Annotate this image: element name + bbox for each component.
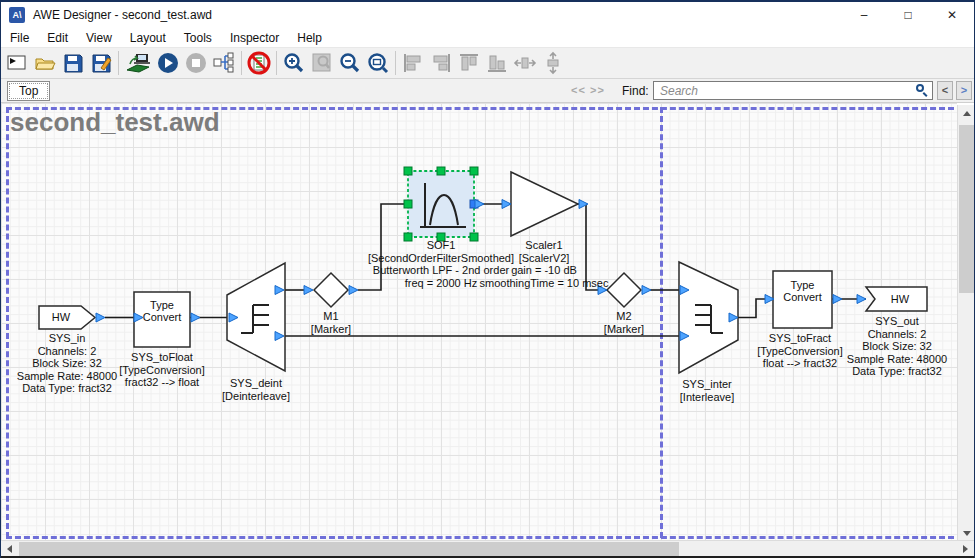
menu-edit[interactable]: Edit: [38, 31, 77, 45]
distribute-vertical-button[interactable]: [539, 50, 567, 77]
distribute-vertical-icon: [541, 51, 565, 75]
sys-inter-caption: SYS_inter[Interleave]: [649, 378, 765, 403]
find-prev-button[interactable]: <: [937, 81, 953, 100]
app-logo-icon: A\: [9, 7, 25, 23]
zoom-in-icon: [282, 51, 306, 75]
scroll-up-icon[interactable]: [963, 111, 971, 116]
propagate-changes-icon: [212, 51, 236, 75]
align-top-button[interactable]: [455, 50, 483, 77]
zoom-in-button[interactable]: [280, 50, 308, 77]
toolbar-separator: [118, 51, 119, 75]
sys-tofract-shape-label: Type Convert: [775, 279, 830, 303]
horizontal-scrollbar[interactable]: [1, 540, 974, 556]
scaler1-caption: Scaler1[ScalerV2] gain = -10 dBsmoothing…: [458, 239, 630, 289]
minimize-button[interactable]: –: [842, 2, 886, 28]
find-next-button[interactable]: >: [956, 81, 972, 100]
close-button[interactable]: ✕: [930, 2, 974, 28]
sys-out-shape-label: HW: [875, 293, 925, 305]
save-as-button[interactable]: [87, 50, 115, 77]
inspector-disabled-button[interactable]: [245, 50, 273, 77]
m1-caption: M1[Marker]: [291, 310, 371, 335]
window-title: AWE Designer - second_test.awd: [33, 8, 212, 22]
sys-in-shape-label: HW: [39, 311, 83, 323]
no-inspector-icon: [246, 50, 272, 76]
find-bar: Top << >> Find: < >: [1, 79, 974, 103]
stop-button[interactable]: [182, 50, 210, 77]
find-prev-all-button[interactable]: <<: [571, 83, 586, 97]
design-canvas[interactable]: second_test.awd: [1, 103, 957, 540]
save-as-icon: [90, 52, 112, 74]
find-label: Find:: [622, 84, 649, 98]
find-next-all-button[interactable]: >>: [590, 83, 605, 97]
scroll-down-icon[interactable]: [963, 531, 971, 536]
connect-target-icon: [125, 52, 151, 74]
menu-bar: File Edit View Layout Tools Inspector He…: [1, 28, 974, 48]
save-button[interactable]: [59, 50, 87, 77]
align-top-icon: [457, 51, 481, 75]
awe-designer-window: A\ AWE Designer - second_test.awd – □ ✕ …: [0, 0, 975, 558]
distribute-horizontal-button[interactable]: [511, 50, 539, 77]
tab-top[interactable]: Top: [7, 81, 50, 101]
menu-view[interactable]: View: [77, 31, 121, 45]
align-right-icon: [429, 51, 453, 75]
toolbar-separator: [276, 51, 277, 75]
propagate-changes-button[interactable]: [210, 50, 238, 77]
menu-help[interactable]: Help: [288, 31, 331, 45]
menu-layout[interactable]: Layout: [121, 31, 175, 45]
stop-icon: [184, 51, 208, 75]
play-icon: [156, 51, 180, 75]
save-icon: [62, 52, 84, 74]
sys-tofloat-shape-label: Type Convert: [136, 299, 188, 323]
horizontal-scroll-thumb[interactable]: [19, 542, 679, 556]
m2-caption: M2[Marker]: [584, 310, 664, 335]
title-bar: A\ AWE Designer - second_test.awd – □ ✕: [1, 2, 974, 28]
menu-tools[interactable]: Tools: [175, 31, 221, 45]
search-input[interactable]: [653, 81, 933, 100]
maximize-button[interactable]: □: [886, 2, 930, 28]
zoom-out-icon: [338, 51, 362, 75]
distribute-horizontal-icon: [513, 51, 537, 75]
connect-target-button[interactable]: [122, 50, 154, 77]
toolbar: [1, 48, 974, 79]
align-right-button[interactable]: [427, 50, 455, 77]
vertical-scroll-thumb[interactable]: [959, 125, 974, 293]
new-design-button[interactable]: [3, 50, 31, 77]
toolbar-separator: [241, 51, 242, 75]
play-button[interactable]: [154, 50, 182, 77]
search-icon[interactable]: [916, 84, 928, 96]
zoom-region-icon: [366, 51, 390, 75]
zoom-page-button[interactable]: [308, 50, 336, 77]
toolbar-separator: [395, 51, 396, 75]
find-input-wrap: [653, 81, 933, 100]
new-design-icon: [6, 52, 28, 74]
align-left-button[interactable]: [399, 50, 427, 77]
scroll-right-icon[interactable]: [963, 545, 968, 553]
scroll-left-icon[interactable]: [7, 545, 12, 553]
menu-file[interactable]: File: [1, 31, 38, 45]
block-sof1[interactable]: [404, 167, 478, 241]
align-bottom-button[interactable]: [483, 50, 511, 77]
block-m1[interactable]: [314, 273, 348, 307]
align-bottom-icon: [485, 51, 509, 75]
zoom-region-button[interactable]: [364, 50, 392, 77]
vertical-scrollbar[interactable]: [957, 105, 974, 542]
block-scaler1[interactable]: [511, 172, 578, 236]
sys-out-caption: SYS_outChannels: 2 Block Size: 32Sample …: [839, 315, 955, 378]
open-button[interactable]: [31, 50, 59, 77]
menu-inspector[interactable]: Inspector: [221, 31, 288, 45]
zoom-page-icon: [310, 51, 334, 75]
open-folder-icon: [34, 52, 56, 74]
sys-deint-caption: SYS_deint[Deinterleave]: [198, 377, 314, 402]
zoom-out-button[interactable]: [336, 50, 364, 77]
align-left-icon: [401, 51, 425, 75]
